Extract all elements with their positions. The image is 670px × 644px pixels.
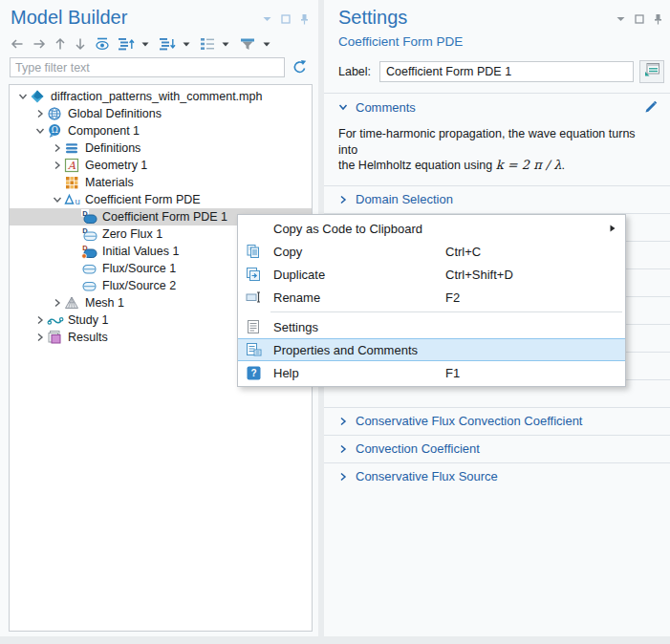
settings-section-convection-coefficient[interactable]: Convection Coefficient xyxy=(324,435,670,462)
menu-item-rename[interactable]: Rename F2 xyxy=(238,286,625,309)
initial-values-icon: D xyxy=(81,244,99,259)
chevron-right-icon[interactable] xyxy=(32,107,47,120)
chevron-right-icon[interactable] xyxy=(50,296,64,310)
component-icon: Ω xyxy=(47,123,65,139)
chevron-right-icon[interactable] xyxy=(32,313,47,327)
panel-menu-caret-icon[interactable] xyxy=(263,16,271,22)
menu-item-label: Help xyxy=(273,366,299,380)
menu-item-settings[interactable]: Settings xyxy=(238,315,625,338)
submenu-arrow-icon xyxy=(610,225,616,232)
boundary-outline-icon xyxy=(81,278,99,293)
tree-item-diffraction-patterns-with-comment-mph[interactable]: diffraction_patterns_with_comment.mph xyxy=(10,88,312,105)
pin-icon[interactable] xyxy=(654,13,662,25)
settings-section-conservative-flux-convection-coefficient[interactable]: Conservative Flux Convection Coefficient xyxy=(324,407,670,435)
chevron-spacer xyxy=(50,176,64,189)
pde-delta-u-icon: u xyxy=(64,192,82,207)
filter-row xyxy=(10,57,308,77)
forward-arrow-icon[interactable] xyxy=(32,36,47,52)
menu-shortcut: Ctrl+C xyxy=(445,245,481,259)
float-window-icon[interactable] xyxy=(635,14,644,24)
chevron-right-icon[interactable] xyxy=(50,159,64,172)
settings-section-conservative-flux-source[interactable]: Conservative Flux Source xyxy=(324,462,670,490)
chevron-down-icon[interactable] xyxy=(50,193,64,206)
chevron-right-icon[interactable] xyxy=(32,331,47,344)
chevron-spacer xyxy=(67,210,81,224)
collapse-all-icon[interactable] xyxy=(159,36,176,52)
rename-doc-icon xyxy=(644,62,660,80)
label-row: Label: xyxy=(338,59,664,83)
svg-text:?: ? xyxy=(250,368,256,378)
expand-all-icon[interactable] xyxy=(118,36,135,52)
move-up-arrow-icon[interactable] xyxy=(54,36,67,52)
tree-item-label: Mesh 1 xyxy=(85,296,130,310)
rename-apply-button[interactable] xyxy=(639,60,664,83)
menu-item-copy-as-code-to-clipboard[interactable]: Copy as Code to Clipboard xyxy=(238,217,625,240)
tree-item-definitions[interactable]: Definitions xyxy=(10,140,312,157)
comments-text: For time-harmonic propagation, the wave … xyxy=(324,120,670,185)
refresh-icon[interactable] xyxy=(292,59,308,75)
section-label: Conservative Flux Source xyxy=(356,469,498,483)
tree-item-label: diffraction_patterns_with_comment.mph xyxy=(51,90,268,103)
settings-title: Settings xyxy=(338,7,407,29)
settings-section-domain-selection[interactable]: Domain Selection xyxy=(324,185,670,213)
chevron-right-icon[interactable] xyxy=(50,141,64,155)
menu-item-copy[interactable]: Copy Ctrl+C xyxy=(238,240,625,263)
tree-item-coefficient-form-pde[interactable]: u Coefficient Form PDE xyxy=(10,191,312,208)
pin-icon[interactable] xyxy=(300,13,309,25)
tree-item-label: Zero Flux 1 xyxy=(102,227,168,241)
menu-separator xyxy=(270,311,622,312)
definitions-icon xyxy=(64,140,82,156)
menu-item-help[interactable]: ? Help F1 xyxy=(238,361,625,384)
label-input[interactable] xyxy=(379,61,634,82)
filter-input[interactable] xyxy=(10,57,285,77)
rename-icon xyxy=(245,290,262,305)
materials-icon xyxy=(64,175,82,190)
tree-item-label: Definitions xyxy=(85,141,146,155)
menu-item-label: Settings xyxy=(273,320,318,334)
model-tree-node-text-icon[interactable] xyxy=(200,36,215,52)
duplicate-icon xyxy=(245,267,262,282)
comments-line1: For time-harmonic propagation, the wave … xyxy=(338,127,636,157)
menu-item-label: Properties and Comments xyxy=(273,343,418,357)
model-builder-title: Model Builder xyxy=(11,7,127,29)
chevron-right-icon xyxy=(337,443,351,455)
globe-icon xyxy=(47,106,65,121)
tree-item-label: Flux/Source 1 xyxy=(102,262,182,275)
panel-menu-caret-icon[interactable] xyxy=(616,16,625,22)
tree-item-component-1[interactable]: Ω Component 1 xyxy=(10,122,312,140)
boundary-outline-d-icon: D xyxy=(81,226,99,242)
tree-item-geometry-1[interactable]: A Geometry 1 xyxy=(10,157,312,174)
settings-subtitle: Coefficient Form PDE xyxy=(338,34,463,49)
settings-section-comments[interactable]: Comments xyxy=(324,93,670,120)
pencil-icon[interactable] xyxy=(644,100,658,118)
settings-doc-icon xyxy=(245,319,262,334)
tree-item-global-definitions[interactable]: Global Definitions xyxy=(10,105,312,122)
comments-formula: k = 2 π / λ xyxy=(496,158,562,172)
move-down-arrow-icon[interactable] xyxy=(74,36,87,52)
label-field-caption: Label: xyxy=(338,65,371,78)
chevron-right-icon xyxy=(337,194,351,205)
back-arrow-icon[interactable] xyxy=(10,36,25,52)
menu-item-properties-and-comments[interactable]: Properties and Comments xyxy=(238,338,625,361)
dropdown-caret-icon[interactable] xyxy=(222,42,229,47)
tree-item-materials[interactable]: Materials xyxy=(10,174,312,191)
copy-icon xyxy=(245,244,262,259)
chevron-spacer xyxy=(67,279,81,292)
tree-item-label: Global Definitions xyxy=(68,107,167,120)
menu-item-duplicate[interactable]: Duplicate Ctrl+Shift+D xyxy=(238,263,625,286)
float-window-icon[interactable] xyxy=(281,14,291,24)
results-icon xyxy=(47,330,65,345)
show-eye-icon[interactable] xyxy=(94,36,111,52)
filter-funnel-icon[interactable] xyxy=(239,36,256,52)
svg-text:Ω: Ω xyxy=(52,125,58,135)
chevron-down-icon[interactable] xyxy=(15,90,30,103)
chevron-spacer xyxy=(67,245,81,258)
chevron-down-icon[interactable] xyxy=(32,124,47,138)
dropdown-caret-icon[interactable] xyxy=(141,42,149,47)
tree-item-label: Geometry 1 xyxy=(85,159,153,172)
dropdown-caret-icon[interactable] xyxy=(183,42,190,47)
mesh-icon xyxy=(64,295,82,311)
tree-item-label: Materials xyxy=(85,176,140,189)
dropdown-caret-icon[interactable] xyxy=(263,42,270,47)
section-label: Comments xyxy=(356,100,416,115)
